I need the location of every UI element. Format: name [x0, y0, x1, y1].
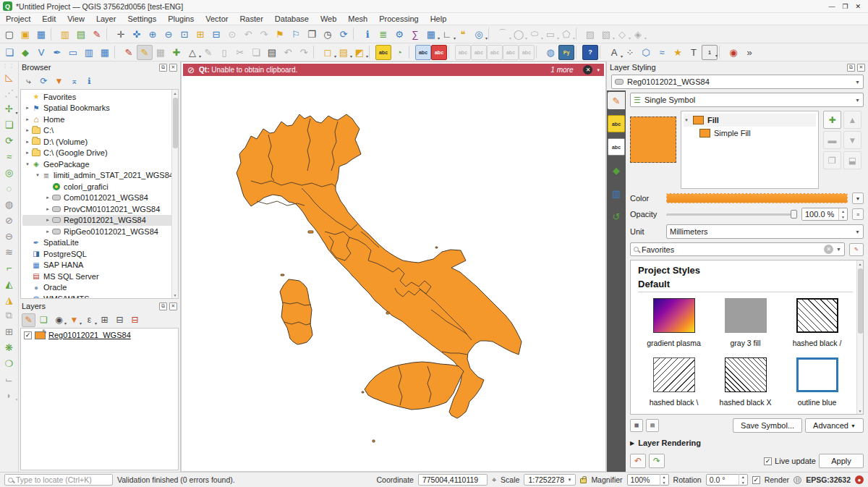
- show-layout-manager-button[interactable]: ▤: [73, 27, 89, 42]
- attribute-table-button[interactable]: ▦: [423, 27, 439, 42]
- delete-selected-button[interactable]: ▯: [216, 45, 232, 60]
- icon-view-button[interactable]: ▦: [630, 419, 643, 432]
- tree-item-spatial-bookmarks[interactable]: ▸ ⚑ Spatial Bookmarks: [22, 103, 178, 114]
- zoom-native-button[interactable]: ⊙: [224, 27, 240, 42]
- add-group-button[interactable]: ❏: [37, 313, 51, 327]
- expand-arrow-icon[interactable]: ▸: [24, 117, 31, 122]
- tree-item-wms[interactable]: ◍ WMS/WMTS: [22, 293, 178, 299]
- magnifier-spinbox[interactable]: 100%▲▼: [627, 474, 669, 486]
- reshape-features-button[interactable]: ⌐: [1, 260, 17, 276]
- tree-item-c-drive[interactable]: ▸ C:\: [22, 125, 178, 137]
- opacity-slider[interactable]: [666, 209, 797, 219]
- menu-processing[interactable]: Processing: [373, 14, 424, 24]
- delete-part-button[interactable]: ⊖: [1, 228, 17, 244]
- remove-symbol-layer-button[interactable]: ▬: [823, 131, 841, 149]
- digitize-regular-polygon-button[interactable]: ⬠: [558, 27, 574, 42]
- help-button[interactable]: ?: [582, 45, 598, 60]
- add-marker-annotation-button[interactable]: ★: [670, 45, 686, 60]
- unit-select[interactable]: Millimeters ▼: [666, 224, 864, 239]
- collapse-all-layers-button[interactable]: ⊟: [113, 313, 127, 327]
- undock-icon[interactable]: ⧉: [847, 64, 855, 72]
- delete-ring-button[interactable]: ⊘: [1, 212, 17, 228]
- move-label-diagram-button[interactable]: ⁘: [622, 45, 638, 60]
- tree-item-reg[interactable]: ▸ Reg01012021_WGS84: [22, 215, 178, 226]
- menu-database[interactable]: Database: [269, 14, 315, 24]
- add-selected-layers-button[interactable]: ⤷: [22, 75, 35, 88]
- close-icon[interactable]: ✕: [857, 64, 865, 72]
- topology-checker-button[interactable]: ◈: [630, 27, 646, 42]
- list-view-button[interactable]: ▤: [646, 419, 659, 432]
- browser-scrollbar[interactable]: ▲▼: [171, 90, 178, 298]
- add-text-annotation-button[interactable]: T: [686, 45, 702, 60]
- view-3d-tab[interactable]: ◆: [608, 161, 625, 179]
- zoom-last-button[interactable]: ↶: [240, 27, 256, 42]
- metasearch-button[interactable]: ◍: [542, 45, 558, 60]
- tree-item-ms-sql[interactable]: ▤ MS SQL Server: [22, 271, 178, 282]
- show-bookmarks-button[interactable]: ⚐: [288, 27, 304, 42]
- move-up-button[interactable]: ▲: [843, 111, 861, 129]
- redo-button[interactable]: ↷: [296, 45, 312, 60]
- tree-item-favorites[interactable]: ★ Favorites: [22, 91, 178, 103]
- filter-expression-button[interactable]: ε: [82, 313, 96, 327]
- style-hashed-black-back[interactable]: hashed black \: [638, 357, 710, 407]
- offset-curve-button[interactable]: ≋: [1, 244, 17, 260]
- vertex-tool-button[interactable]: △: [184, 45, 200, 60]
- filter-browser-button[interactable]: ▼: [52, 75, 66, 88]
- cad-tools-button[interactable]: ◺: [1, 69, 17, 85]
- tree-item-gpkg-file[interactable]: ▾ ≣ limiti_admin_STAT_2021_WGS84.gpkg: [22, 170, 178, 182]
- coordinate-input[interactable]: 775004,4110119: [418, 474, 488, 486]
- zoom-in-button[interactable]: ⊕: [145, 27, 161, 42]
- expand-arrow-icon[interactable]: ▸: [44, 206, 51, 212]
- new-virtual-layer-button[interactable]: ▥: [81, 45, 97, 60]
- refresh-browser-button[interactable]: ⟳: [37, 75, 51, 88]
- save-layer-edits-button[interactable]: ▦: [153, 45, 169, 60]
- curved-label-button[interactable]: abc: [503, 45, 519, 60]
- temporal-controller-button[interactable]: ◷: [320, 27, 336, 42]
- digitize-curve-button[interactable]: ⌒: [495, 27, 511, 42]
- spin-steppers[interactable]: ▲▼: [838, 208, 847, 220]
- zoom-full-button[interactable]: ⊡: [176, 27, 192, 42]
- python-console-button[interactable]: Py: [558, 45, 574, 60]
- expand-arrow-icon[interactable]: ▸: [44, 217, 51, 223]
- deselect-features-button[interactable]: ◩: [352, 45, 367, 60]
- pan-to-selection-button[interactable]: ✜: [129, 27, 145, 42]
- menu-help[interactable]: Help: [425, 14, 453, 24]
- style-hashed-black-fwd[interactable]: hashed black /: [781, 298, 853, 347]
- undo-style-button[interactable]: ↶: [630, 454, 646, 468]
- properties-widget-button[interactable]: ℹ: [82, 75, 96, 88]
- collapse-all-button[interactable]: ⌅: [67, 75, 81, 88]
- change-label-button[interactable]: abc: [487, 45, 503, 60]
- undo-button[interactable]: ↶: [280, 45, 296, 60]
- measure-button[interactable]: ∟: [439, 27, 455, 42]
- menu-project[interactable]: Project: [0, 14, 36, 24]
- digitize-ellipse-button[interactable]: ⬭: [527, 27, 542, 42]
- symbol-node-fill[interactable]: ▾ Fill: [684, 114, 816, 127]
- scale-select[interactable]: 1:7252278▼: [524, 474, 576, 486]
- redo-style-button[interactable]: ↷: [649, 454, 665, 468]
- select-features-button[interactable]: ◻: [320, 45, 336, 60]
- add-polygon-feature-button[interactable]: ✚: [169, 45, 184, 60]
- tree-item-colori-grafici[interactable]: colori_grafici: [22, 181, 178, 192]
- select-by-value-button[interactable]: ▤: [336, 45, 352, 60]
- simplify-feature-button[interactable]: ≈: [1, 148, 17, 164]
- vertex-tool-current-layer-button[interactable]: ◗: [1, 387, 17, 403]
- style-hashed-black-x[interactable]: hashed black X: [710, 357, 781, 407]
- layer-rendering-section[interactable]: ▶ Layer Rendering: [630, 436, 864, 450]
- tree-item-geopackage[interactable]: ▾ ◈ GeoPackage: [22, 158, 178, 170]
- add-symbol-layer-button[interactable]: ✚: [823, 111, 841, 129]
- new-print-layout-button[interactable]: ▥: [57, 27, 73, 42]
- form-annotation-button[interactable]: 1: [702, 45, 718, 60]
- map-canvas[interactable]: ⊘ Qt: Unable to obtain clipboard. 1 more…: [181, 62, 606, 472]
- sum-features-button[interactable]: ∑: [407, 27, 423, 42]
- copy-features-button[interactable]: ❏: [248, 45, 264, 60]
- offset-point-symbol-button[interactable]: ❍: [1, 355, 17, 371]
- crs-status-button[interactable]: EPSG:32632: [806, 475, 851, 484]
- rotate-label-button[interactable]: abc: [471, 45, 487, 60]
- tree-item-com[interactable]: ▸ Com01012021_WGS84: [22, 192, 178, 204]
- tree-item-oracle[interactable]: ● Oracle: [22, 282, 178, 294]
- extents-toggle-icon[interactable]: ⌖: [492, 475, 496, 485]
- rotation-spinbox[interactable]: 0.0 °▲▼: [706, 474, 748, 486]
- messages-button[interactable]: ●: [855, 475, 864, 484]
- menu-plugins[interactable]: Plugins: [162, 14, 200, 24]
- move-feature-button[interactable]: ✢: [1, 101, 17, 117]
